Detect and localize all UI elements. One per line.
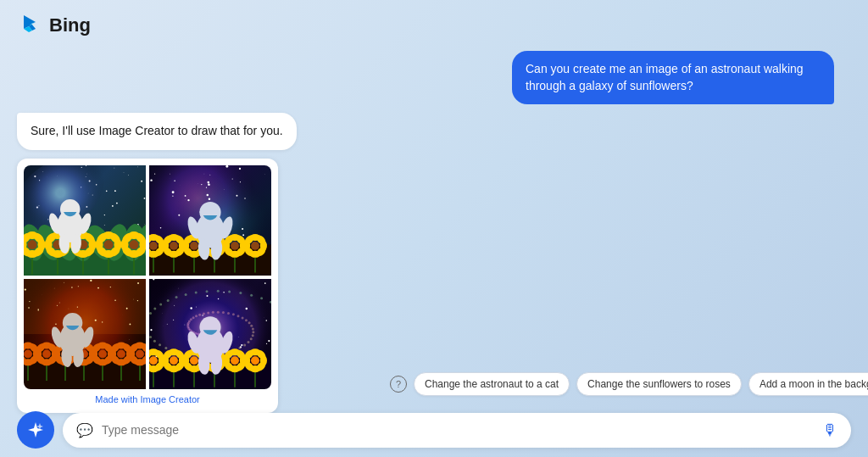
image-cell-3[interactable]: [24, 279, 146, 389]
image-creator-link[interactable]: Image Creator: [140, 394, 199, 404]
input-wrapper: 💬 🎙: [63, 413, 851, 448]
bot-message-row: Sure, I'll use Image Creator to draw tha…: [17, 113, 851, 150]
image-cell-4[interactable]: [149, 279, 271, 389]
bing-logo-icon: [17, 12, 44, 39]
microphone-icon[interactable]: 🎙: [822, 421, 837, 439]
message-icon: 💬: [76, 422, 93, 438]
header: Bing: [0, 0, 868, 51]
message-input[interactable]: [102, 423, 814, 437]
image-cell-1[interactable]: [24, 165, 146, 276]
suggestion-chip-1[interactable]: Change the astronaut to a cat: [414, 372, 570, 396]
suggestions-row: ? Change the astronaut to a cat Change t…: [390, 372, 851, 396]
bing-logo: Bing: [17, 12, 91, 39]
user-message-row: Can you create me an image of an astrona…: [17, 51, 851, 104]
user-message-bubble: Can you create me an image of an astrona…: [512, 51, 834, 104]
suggestion-chip-2[interactable]: Change the sunflowers to roses: [576, 372, 742, 396]
messages-area: Can you create me an image of an astrona…: [0, 51, 868, 413]
image-caption: Made with Image Creator: [24, 394, 271, 406]
spark-icon: [26, 421, 45, 439]
bing-logo-text: Bing: [49, 14, 91, 36]
bot-message-bubble: Sure, I'll use Image Creator to draw tha…: [17, 113, 297, 150]
spark-button[interactable]: [17, 411, 54, 449]
input-bar: 💬 🎙: [17, 411, 851, 449]
image-grid: [24, 165, 271, 389]
image-cell-2[interactable]: [149, 165, 271, 276]
image-grid-container: Made with Image Creator: [17, 159, 278, 413]
help-icon[interactable]: ?: [390, 376, 407, 393]
suggestion-chip-3[interactable]: Add a moon in the background: [748, 372, 868, 396]
